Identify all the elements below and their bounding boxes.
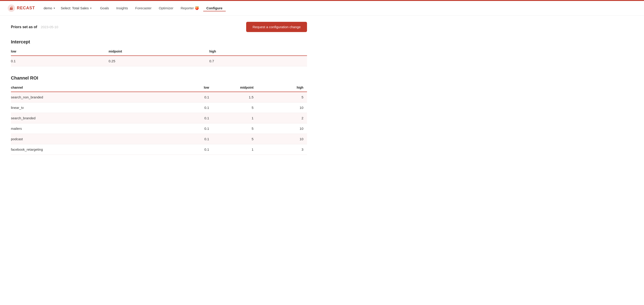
roi-cell-high: 10 — [262, 123, 307, 134]
select-dropdown[interactable]: Select: Total Sales ▾ — [58, 5, 94, 11]
intercept-col-midpoint: midpoint — [108, 47, 209, 56]
navbar: RECAST demo ▾ Select: Total Sales ▾ Goal… — [0, 1, 644, 16]
intercept-cell-low: 0.1 — [11, 56, 108, 66]
roi-cell-low: 0.1 — [174, 144, 218, 155]
logo[interactable]: RECAST — [7, 4, 35, 12]
table-row: facebook_retargeting0.113 — [11, 144, 307, 155]
roi-table: channel low midpoint high search_non_bra… — [11, 83, 307, 155]
roi-cell-channel: podcast — [11, 134, 174, 144]
table-row: 0.10.250.7 — [11, 56, 307, 66]
select-label: Select: Total Sales — [61, 6, 89, 10]
roi-cell-channel: facebook_retargeting — [11, 144, 174, 155]
roi-cell-midpoint: 1 — [218, 144, 263, 155]
intercept-cell-high: 0.7 — [209, 56, 307, 66]
roi-cell-midpoint: 1 — [218, 113, 263, 123]
roi-cell-channel: search_non_branded — [11, 92, 174, 103]
svg-point-1 — [11, 6, 13, 8]
priors-label: Priors set as of — [11, 25, 37, 29]
roi-cell-high: 10 — [262, 103, 307, 113]
main-content: Priors set as of 2023-05-10 Request a co… — [0, 16, 318, 170]
roi-cell-channel: mailers — [11, 123, 174, 134]
roi-cell-channel: search_branded — [11, 113, 174, 123]
intercept-section: Intercept low midpoint high 0.10.250.7 — [11, 39, 307, 66]
channel-roi-title: Channel ROI — [11, 76, 307, 81]
priors-label-group: Priors set as of 2023-05-10 — [11, 25, 58, 29]
roi-cell-low: 0.1 — [174, 103, 218, 113]
table-row: search_non_branded0.11.55 — [11, 92, 307, 103]
priors-date: 2023-05-10 — [41, 25, 58, 29]
request-config-button[interactable]: Request a configuration change — [246, 22, 307, 32]
roi-cell-low: 0.1 — [174, 134, 218, 144]
table-row: search_branded0.112 — [11, 113, 307, 123]
roi-col-channel: channel — [11, 83, 174, 92]
nav-link-configure[interactable]: Configure — [203, 5, 226, 11]
header-row: Priors set as of 2023-05-10 Request a co… — [11, 22, 307, 32]
demo-chevron-icon: ▾ — [54, 7, 55, 10]
roi-cell-high: 5 — [262, 92, 307, 103]
channel-roi-section: Channel ROI channel low midpoint high se… — [11, 76, 307, 155]
roi-cell-midpoint: 5 — [218, 134, 263, 144]
nav-link-forecaster[interactable]: Forecaster — [132, 5, 155, 11]
logo-icon — [7, 4, 16, 12]
nav-link-optimizer[interactable]: Optimizer — [156, 5, 176, 11]
nav-link-goals[interactable]: Goals — [97, 5, 112, 11]
demo-label: demo — [44, 6, 52, 10]
demo-dropdown[interactable]: demo ▾ — [41, 5, 57, 11]
roi-cell-low: 0.1 — [174, 123, 218, 134]
roi-col-low: low — [174, 83, 218, 92]
roi-cell-midpoint: 5 — [218, 123, 263, 134]
table-row: linear_tv0.1510 — [11, 103, 307, 113]
roi-col-high: high — [262, 83, 307, 92]
nav-link-insights[interactable]: Insights — [113, 5, 131, 11]
intercept-col-high: high — [209, 47, 307, 56]
logo-text: RECAST — [17, 6, 35, 11]
table-row: mailers0.1510 — [11, 123, 307, 134]
intercept-cell-midpoint: 0.25 — [108, 56, 209, 66]
roi-cell-low: 0.1 — [174, 92, 218, 103]
roi-cell-high: 10 — [262, 134, 307, 144]
roi-cell-channel: linear_tv — [11, 103, 174, 113]
roi-cell-high: 2 — [262, 113, 307, 123]
intercept-header-row: low midpoint high — [11, 47, 307, 56]
roi-header-row: channel low midpoint high — [11, 83, 307, 92]
reporter-emoji-icon: 🍑 — [195, 6, 199, 10]
roi-cell-high: 3 — [262, 144, 307, 155]
nav-links: Goals Insights Forecaster Optimizer Repo… — [97, 5, 226, 12]
intercept-title: Intercept — [11, 39, 307, 45]
select-chevron-icon: ▾ — [90, 7, 92, 10]
nav-link-reporter[interactable]: Reporter 🍑 — [177, 5, 202, 12]
roi-cell-low: 0.1 — [174, 113, 218, 123]
roi-cell-midpoint: 5 — [218, 103, 263, 113]
table-row: podcast0.1510 — [11, 134, 307, 144]
roi-col-midpoint: midpoint — [218, 83, 263, 92]
roi-cell-midpoint: 1.5 — [218, 92, 263, 103]
intercept-table: low midpoint high 0.10.250.7 — [11, 47, 307, 66]
intercept-col-low: low — [11, 47, 108, 56]
